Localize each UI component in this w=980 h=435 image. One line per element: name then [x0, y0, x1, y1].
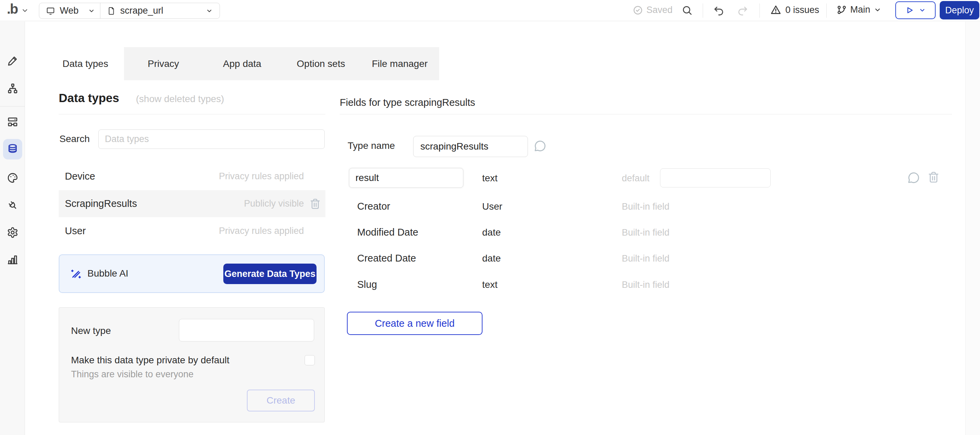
show-deleted-types-link[interactable]: (show deleted types)	[136, 94, 224, 105]
gear-icon	[7, 227, 18, 238]
new-type-label: New type	[71, 325, 111, 336]
sidebar-divider	[0, 106, 25, 107]
search-label: Search	[59, 134, 90, 145]
toolbar-divider	[703, 3, 703, 18]
sidebar-item-data[interactable]	[3, 139, 22, 159]
issues-indicator[interactable]: 0 issues	[770, 5, 819, 15]
field-name-input[interactable]	[349, 168, 463, 188]
git-branch-icon	[837, 5, 847, 15]
bubble-editor-screen: .b Web scrape_url	[0, 0, 980, 435]
field-name: Created Date	[357, 253, 416, 264]
palette-icon	[7, 172, 18, 184]
field-name: Slug	[357, 279, 377, 290]
tab-file-manager[interactable]: File manager	[360, 47, 439, 80]
sidebar-item-settings[interactable]	[3, 222, 22, 243]
page-selector[interactable]: scrape_url	[100, 3, 220, 18]
data-type-privacy-status: Publicly visible	[244, 198, 304, 209]
new-type-input[interactable]	[179, 319, 314, 341]
field-default-input[interactable]	[660, 168, 771, 188]
type-comment-bubble-icon[interactable]	[533, 139, 547, 153]
create-type-button[interactable]: Create	[247, 390, 315, 411]
visibility-hint: Things are visible to everyone	[71, 369, 194, 380]
type-name-label: Type name	[348, 140, 395, 151]
toolbar-divider	[826, 3, 827, 18]
page-chevron-down-icon	[206, 8, 213, 14]
right-panel-divider	[340, 114, 952, 115]
issues-label: 0 issues	[785, 5, 819, 15]
field-note: Built-in field	[622, 228, 670, 238]
branch-label: Main	[850, 5, 870, 15]
data-type-row-scrapingresults[interactable]: ScrapingResults Publicly visible	[59, 190, 325, 217]
branch-chevron-down-icon	[874, 6, 881, 14]
workflow-tree-icon	[7, 83, 18, 94]
tab-option-sets[interactable]: Option sets	[282, 47, 361, 80]
bar-chart-icon	[7, 254, 18, 266]
search-input[interactable]	[98, 129, 325, 149]
data-type-row-device[interactable]: Device Privacy rules applied	[59, 163, 325, 190]
logo-menu-chevron-down-icon[interactable]	[21, 7, 29, 14]
platform-label: Web	[60, 5, 78, 16]
delete-type-trash-icon[interactable]	[309, 198, 321, 210]
saved-label: Saved	[646, 5, 673, 15]
field-name: Modified Date	[357, 227, 418, 238]
search-icon[interactable]	[682, 5, 692, 16]
sidebar-item-styles[interactable]	[3, 168, 22, 188]
field-type: User	[482, 201, 502, 212]
field-note: Built-in field	[622, 201, 670, 212]
sidebar-item-logs[interactable]	[3, 250, 22, 270]
private-by-default-label: Make this data type private by default	[71, 355, 229, 366]
data-tab-bar: Data types Privacy App data Option sets …	[47, 47, 439, 80]
right-edge-strip	[965, 22, 980, 435]
bubble-ai-label: Bubble AI	[88, 268, 128, 279]
saved-check-circle-icon	[633, 5, 643, 15]
left-nav	[0, 22, 25, 435]
generate-data-types-button[interactable]: Generate Data Types	[223, 264, 317, 284]
create-new-field-button[interactable]: Create a new field	[347, 312, 482, 335]
branch-selector[interactable]: Main	[837, 5, 881, 15]
bubble-logo[interactable]: .b	[7, 2, 18, 17]
page-file-icon	[107, 7, 115, 15]
data-type-row-user[interactable]: User Privacy rules applied	[59, 218, 325, 244]
tab-privacy[interactable]: Privacy	[124, 47, 203, 80]
toolbar-divider	[759, 3, 760, 18]
redo-icon[interactable]	[737, 5, 748, 16]
field-comment-bubble-icon[interactable]	[907, 171, 921, 185]
default-label: default	[622, 173, 649, 184]
private-by-default-checkbox[interactable]	[305, 355, 315, 365]
preview-button[interactable]	[895, 2, 935, 19]
sidebar-item-workflow[interactable]	[3, 78, 22, 99]
database-icon	[6, 143, 19, 155]
preview-chevron-down-icon	[919, 7, 926, 14]
pencil-icon	[7, 55, 18, 67]
undo-icon[interactable]	[713, 5, 725, 16]
save-status: Saved	[633, 5, 673, 15]
type-name-input[interactable]	[413, 136, 528, 157]
field-note: Built-in field	[622, 253, 670, 264]
monitor-icon	[46, 6, 55, 15]
play-icon	[905, 6, 914, 15]
new-type-panel: New type Make this data type private by …	[59, 307, 325, 422]
top-toolbar: .b Web scrape_url	[0, 0, 980, 21]
field-type: date	[482, 227, 501, 238]
tab-data-types[interactable]: Data types	[47, 47, 124, 80]
sidebar-item-plugins[interactable]	[3, 195, 22, 215]
sidebar-item-design[interactable]	[3, 51, 22, 71]
sidebar-item-components[interactable]	[3, 112, 22, 132]
context-switcher: Web scrape_url	[39, 3, 220, 19]
deploy-button[interactable]: Deploy	[940, 1, 979, 19]
plug-icon	[7, 199, 18, 211]
field-type: text	[482, 173, 498, 184]
platform-selector[interactable]: Web	[39, 3, 100, 18]
data-type-privacy-status: Privacy rules applied	[219, 226, 304, 236]
magic-wand-icon	[70, 267, 83, 280]
platform-chevron-down-icon	[88, 8, 95, 14]
field-type: text	[482, 279, 498, 290]
tab-app-data[interactable]: App data	[203, 47, 282, 80]
field-note: Built-in field	[622, 280, 670, 290]
data-type-name: Device	[65, 171, 95, 182]
field-name: Creator	[357, 201, 390, 212]
delete-field-trash-icon[interactable]	[928, 171, 940, 183]
data-type-name: User	[65, 225, 86, 237]
components-icon	[7, 116, 18, 128]
left-panel-divider	[59, 114, 325, 115]
